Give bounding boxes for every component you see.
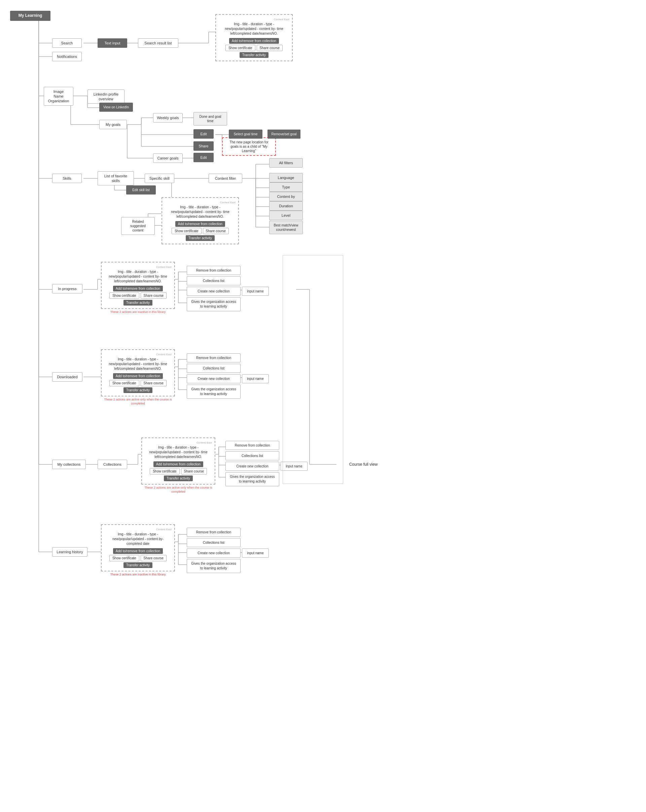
related-suggested-node: Related suggested content <box>121 220 155 232</box>
remove-from-collection-btn5[interactable]: Remove from collection <box>225 441 279 450</box>
transfer-activity-btn2[interactable]: Transfer activity <box>186 235 215 241</box>
transfer-btn4[interactable]: Transfer activity <box>123 387 152 393</box>
inactive-note: These 2 actions are inactive in this lib… <box>101 310 175 314</box>
level-node: Level <box>269 211 303 220</box>
create-new-collection-btn5[interactable]: Create new collection <box>225 462 279 471</box>
add-remove-btn6[interactable]: Add to/remove from collection <box>113 548 163 554</box>
input-name-field6[interactable]: input name <box>242 548 269 558</box>
edit-weekly-label: Edit <box>193 129 214 139</box>
collections-list-btn5[interactable]: Collections list <box>225 451 279 460</box>
linkedin-profile-node: LinkedIn profile overview <box>87 90 125 103</box>
add-remove-collection-btn1[interactable]: Add to/remove from collection <box>229 38 279 44</box>
notifications-label: Notifications <box>52 52 82 61</box>
search-card-desc: Img - title - duration - type - new/popu… <box>219 22 289 36</box>
transfer-activity-btn1[interactable]: Transfer activity <box>239 52 268 58</box>
share-course-btn4[interactable]: Share course <box>141 380 166 386</box>
content-by-node: Content by <box>269 192 303 201</box>
collections-list-btn4[interactable]: Collections list <box>187 364 241 373</box>
image-name-org-label: Image Name Organization <box>44 87 73 106</box>
skills-node: Skills <box>52 173 82 184</box>
edit-skill-list-label: Edit skill list <box>126 185 156 194</box>
add-remove-btn5[interactable]: Add to/remove from collection <box>154 461 203 467</box>
select-goal-time-label: Select goal time <box>229 130 262 139</box>
in-progress-card-desc: Img - title - duration - type - new/popu… <box>104 270 172 284</box>
edit-weekly-node: Edit <box>193 129 214 139</box>
view-on-linkedin-label: View on LinkedIn <box>99 103 133 112</box>
collections-list-btn6[interactable]: Collections list <box>187 538 241 547</box>
course-full-view-label: Course full view <box>349 462 378 467</box>
content-by-label: Content by <box>269 192 303 201</box>
add-remove-collection-btn2[interactable]: Add to/remove from collection <box>175 221 225 227</box>
search-result-node: Search result list <box>138 38 178 49</box>
skills-card-desc: Img - title - duration - type - new/popu… <box>165 205 236 219</box>
share-course-btn2[interactable]: Share course <box>203 228 229 234</box>
transfer-btn6[interactable]: Transfer activity <box>123 562 152 568</box>
content-east-label2: Content East <box>165 201 236 204</box>
course-full-view-node: Course full view <box>343 459 384 470</box>
show-cert-btn5[interactable]: Show certificate <box>150 468 180 475</box>
add-remove-btn3[interactable]: Add to/remove from collection <box>113 286 163 292</box>
show-cert-btn4[interactable]: Show certificate <box>109 380 139 386</box>
skills-content-card: Content East Img - title - duration - ty… <box>162 197 239 244</box>
all-filters-label: All filters <box>269 158 303 168</box>
learning-history-label: Learning history <box>52 547 87 557</box>
active-completed-note-dl: These 2 actions are active only when the… <box>101 398 175 406</box>
all-filters-node: All filters <box>269 158 303 168</box>
type-label: Type <box>269 182 303 192</box>
learning-history-actions: Remove from collection Collections list … <box>187 528 269 573</box>
level-label: Level <box>269 211 303 220</box>
content-east-label6: Content East <box>104 528 172 531</box>
content-east-label3: Content East <box>104 265 172 269</box>
view-on-linkedin-node: View on LinkedIn <box>99 102 133 112</box>
input-name-field3[interactable]: input name <box>242 287 269 296</box>
create-new-collection-btn4[interactable]: Create new collection <box>187 374 241 383</box>
list-fav-skills-node: List of favorite skills <box>98 173 134 184</box>
select-goal-time-node: Select goal time <box>229 129 262 139</box>
edit-skill-list-node: Edit skill list <box>126 185 156 194</box>
career-goals-label: Career goals <box>153 153 183 163</box>
weekly-goals-label: Weekly goals <box>153 113 183 122</box>
content-east-label5: Content East <box>145 441 212 444</box>
remove-set-goal-node: Remove/set goal <box>268 129 300 139</box>
in-progress-node: In progress <box>52 283 82 294</box>
edit-career-node: Edit <box>193 153 214 162</box>
notifications-node: Notifications <box>52 51 82 62</box>
share-course-btn5[interactable]: Share course <box>181 468 207 475</box>
downloaded-card-desc: Img - title - duration - type - new/popu… <box>104 357 172 371</box>
input-name-field4[interactable]: input name <box>242 374 269 383</box>
share-weekly-node: Share <box>193 141 214 151</box>
career-goals-node: Career goals <box>153 153 183 163</box>
collections-content-card: Content East Img - title - duration - ty… <box>141 438 215 494</box>
share-course-btn1[interactable]: Share course <box>257 45 283 51</box>
add-remove-btn4[interactable]: Add to/remove from collection <box>113 373 163 379</box>
search-label: Search <box>52 38 82 48</box>
collections-list-btn3[interactable]: Collections list <box>187 276 241 285</box>
my-learning-node: My Learning <box>10 9 50 22</box>
remove-from-collection-btn3[interactable]: Remove from collection <box>187 266 241 275</box>
list-fav-skills-label: List of favorite skills <box>98 171 134 186</box>
type-node: Type <box>269 182 303 192</box>
share-course-btn6[interactable]: Share course <box>141 555 166 561</box>
diagram-container: My Learning Search Text input Search res… <box>0 0 646 812</box>
linkedin-profile-label: LinkedIn profile overview <box>87 90 125 104</box>
course-full-view-box <box>283 255 343 484</box>
show-certificate-btn1[interactable]: Show certificate <box>225 45 255 51</box>
create-new-collection-btn3[interactable]: Create new collection <box>187 287 241 296</box>
create-new-collection-btn6[interactable]: Create new collection <box>187 548 241 558</box>
show-cert-btn3[interactable]: Show certificate <box>109 292 139 299</box>
best-match-node: Best match/view count/newest <box>269 221 303 234</box>
my-collections-node: My collections <box>52 459 86 470</box>
share-weekly-label: Share <box>193 141 214 151</box>
goals-note: The new page location for goals is as a … <box>222 137 276 156</box>
content-filter-node: Content filter <box>209 173 242 184</box>
downloaded-actions: Remove from collection Collections list … <box>187 353 269 399</box>
share-course-btn3[interactable]: Share course <box>141 292 166 299</box>
transfer-btn5[interactable]: Transfer activity <box>164 476 193 481</box>
gives-org-access-3: Gives the organization access to learnin… <box>187 297 241 311</box>
show-cert-btn6[interactable]: Show certificate <box>109 555 139 561</box>
remove-from-collection-btn4[interactable]: Remove from collection <box>187 353 241 362</box>
remove-from-collection-btn6[interactable]: Remove from collection <box>187 528 241 537</box>
text-input-node: Text input <box>98 38 127 49</box>
show-certificate-btn2[interactable]: Show certificate <box>172 228 201 234</box>
transfer-btn3[interactable]: Transfer activity <box>123 300 152 305</box>
